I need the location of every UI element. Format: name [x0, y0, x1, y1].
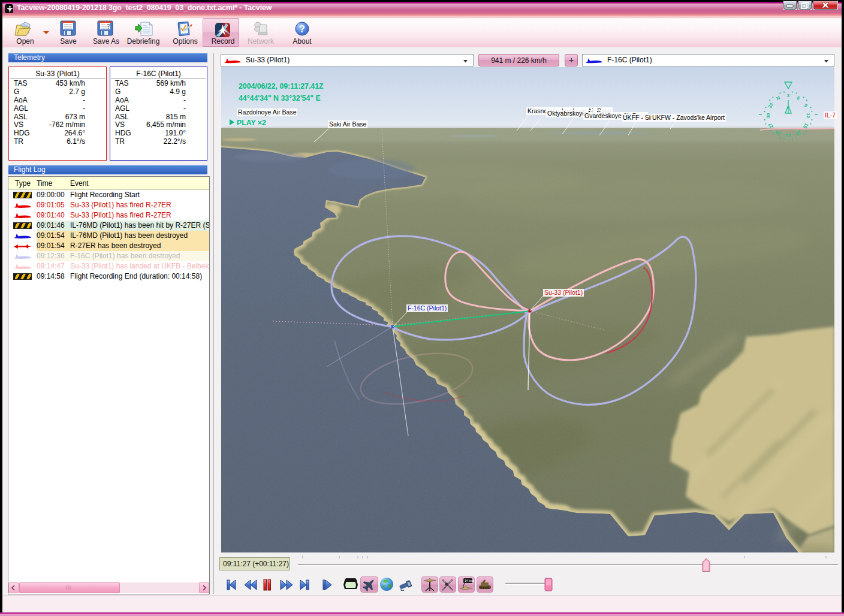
svg-text:3: 3: [787, 93, 790, 98]
svg-text:12: 12: [806, 113, 811, 119]
svg-text:?: ?: [107, 23, 110, 30]
svg-text:PLAY ×2: PLAY ×2: [237, 119, 266, 127]
svg-text:?: ?: [299, 24, 305, 34]
svg-text:44°44'34" N 33°32'54" E: 44°44'34" N 33°32'54" E: [239, 94, 321, 102]
svg-text:14 knot: 14 knot: [465, 579, 474, 582]
svg-text:30: 30: [765, 113, 771, 118]
svg-text:2004/06/22, 09:11:27.41Z: 2004/06/22, 09:11:27.41Z: [239, 82, 324, 90]
svg-text:21: 21: [785, 133, 791, 138]
